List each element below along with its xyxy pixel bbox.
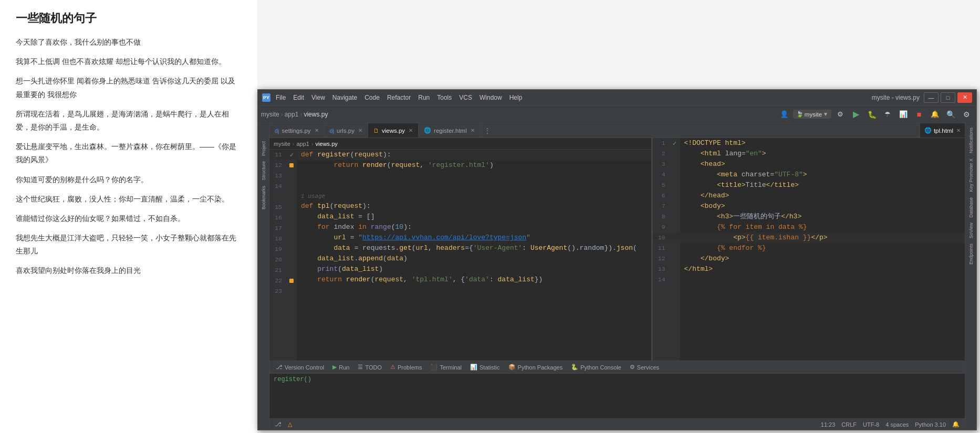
tab-views-py[interactable]: 🗋 views.py ✕ <box>368 123 419 138</box>
ide-logo: PY <box>262 93 270 102</box>
bottom-tab-todo[interactable]: ☰ TODO <box>353 361 386 374</box>
breadcrumb-viewspy: views.py <box>304 111 328 118</box>
ide-status-bar: ⎇ △ 11:23 CRLF UTF-8 <box>269 418 965 430</box>
close-button[interactable]: ✕ <box>957 92 972 103</box>
bottom-tab-bar: ⎇ Version Control ▶ Run ☰ TODO ⚠ Problem… <box>269 361 965 374</box>
menu-vcs[interactable]: VCS <box>458 94 473 101</box>
bottom-tab-python-packages[interactable]: 📦 Python Packages <box>504 361 567 374</box>
key-promoter-panel[interactable]: Key Promoter X <box>968 156 974 194</box>
tab-close-urls[interactable]: ✕ <box>358 128 362 133</box>
urls-py-icon: dj <box>330 128 335 134</box>
tab-close-views[interactable]: ✕ <box>409 128 413 133</box>
run-button[interactable]: ▶ <box>849 108 863 121</box>
menu-navigate[interactable]: Navigate <box>331 94 358 101</box>
profile-button[interactable]: 📊 <box>896 108 910 121</box>
sentence-6: 这个世纪疯狂，腐败，没人性；你却一直清醒，温柔，一尘不染。 <box>16 193 242 206</box>
sentence-8: 我想先生大概是江洋大盗吧，只轻轻一笑，小女子整颗心就都落在先生那儿 <box>16 231 242 258</box>
menu-window[interactable]: Window <box>478 94 503 101</box>
indent-size[interactable]: 4 spaces <box>882 419 912 430</box>
menu-view[interactable]: View <box>310 94 326 101</box>
views-py-breadcrumb: mysite › app1 › views.py <box>269 138 651 150</box>
menu-run[interactable]: Run <box>417 94 431 101</box>
run-terminal[interactable]: register() <box>269 374 965 418</box>
menu-help[interactable]: Help <box>508 94 524 101</box>
account-button[interactable]: 👤 <box>777 108 791 121</box>
tab-label-tpl: tpl.html <box>934 128 953 134</box>
menu-tools[interactable]: Tools <box>436 94 453 101</box>
gear-button[interactable]: ⚙ <box>960 108 973 121</box>
structure-tab[interactable]: Structure <box>260 159 267 183</box>
ide-window: PY File Edit View Navigate Code Refactor… <box>257 89 977 430</box>
bottom-tab-statistic[interactable]: 📊 Statistic <box>466 361 504 374</box>
tab-label-settings: settings.py <box>282 128 311 134</box>
bottom-tab-problems[interactable]: ⚠ Problems <box>386 361 426 374</box>
python-version[interactable]: Python 3.10 <box>912 419 949 430</box>
tab-tpl-html[interactable]: 🌐 tpl.html ✕ <box>920 123 965 138</box>
tab-settings-py[interactable]: dj settings.py ✕ <box>269 123 325 138</box>
bottom-tab-python-console[interactable]: 🐍 Python Console <box>567 361 625 374</box>
stop-button[interactable]: ■ <box>912 108 926 121</box>
tab-register-html[interactable]: 🌐 register.html ✕ <box>419 123 481 138</box>
tpl-line-gutter: 1✓234567891011121314 <box>653 138 680 361</box>
ide-bottom-panel: ⎇ Version Control ▶ Run ☰ TODO ⚠ Problem… <box>269 361 965 418</box>
bottom-tab-services[interactable]: ⚙ Services <box>625 361 663 374</box>
run-config-label: mysite <box>805 111 822 118</box>
sentence-4: 爱让悬崖变平地，生出森林。一整片森林，你在树荫里。——《你是我的风景》 <box>16 140 242 166</box>
sentence-3: 所谓现在活着，是鸟儿展翅，是海涛汹涌，是蜗牛爬行，是人在相爱，是你的手温，是生命… <box>16 108 242 134</box>
ide-left-strip: Project Structure Bookmarks <box>258 123 269 430</box>
maximize-button[interactable]: □ <box>941 92 955 103</box>
debug-button[interactable]: 🐛 <box>865 108 879 121</box>
split-editor-view: mysite › app1 › views.py 11✓121314151617… <box>269 138 965 361</box>
menu-code[interactable]: Code <box>363 94 381 101</box>
settings-button[interactable]: ⚙ <box>833 108 847 121</box>
search-button[interactable]: 🔍 <box>944 108 957 121</box>
tabs-overflow-button[interactable]: ⋮ <box>481 126 494 135</box>
line-endings[interactable]: CRLF <box>838 419 860 430</box>
cursor-position[interactable]: 11:23 <box>818 419 839 430</box>
ide-right-strip: Notifications Key Promoter X Database So… <box>965 123 976 430</box>
notifications-button[interactable]: 🔔 <box>928 108 942 121</box>
sqview-panel[interactable]: SoView <box>968 220 974 240</box>
sentence-0: 今天除了喜欢你，我什么别的事也不做 <box>16 36 242 49</box>
menu-refactor[interactable]: Refactor <box>386 94 412 101</box>
tab-close-tpl[interactable]: ✕ <box>956 128 961 133</box>
status-left: ⎇ △ <box>272 419 295 430</box>
coverage-button[interactable]: ☂ <box>881 108 894 121</box>
tpl-html-panel: 1✓234567891011121314 <!DOCTYPE html> <ht… <box>652 138 965 361</box>
tab-close-register[interactable]: ✕ <box>471 128 475 133</box>
settings-py-icon: dj <box>275 128 279 134</box>
project-tab[interactable]: Project <box>260 139 267 158</box>
sentence-9: 喜欢我望向别处时你落在我身上的目光 <box>16 264 242 277</box>
bookmarks-tab[interactable]: Bookmarks <box>260 184 267 212</box>
sentence-1: 我算不上低调 但也不喜欢炫耀 却想让每个认识我的人都知道你。 <box>16 55 242 68</box>
views-code-content[interactable]: def register(request): return render(req… <box>297 150 651 361</box>
breadcrumb-app1: app1 <box>285 111 299 118</box>
left-panel: 一些随机的句子 今天除了喜欢你，我什么别的事也不做我算不上低调 但也不喜欢炫耀 … <box>0 0 257 433</box>
views-py-icon: 🗋 <box>373 128 379 134</box>
tpl-html-icon: 🌐 <box>924 127 932 134</box>
vcs-changes[interactable]: △ <box>285 419 295 430</box>
sentence-2: 想一头扎进你怀里 闻着你身上的熟悉味道 告诉你这几天的委屈 以及最重要的 我很想… <box>16 75 242 101</box>
register-html-icon: 🌐 <box>424 127 431 134</box>
menu-file[interactable]: File <box>275 94 287 101</box>
notifications-panel[interactable]: Notifications <box>968 125 974 155</box>
minimize-button[interactable]: — <box>924 92 939 103</box>
endpoints-panel[interactable]: Endpoints <box>968 241 974 267</box>
database-panel[interactable]: Database <box>968 195 974 220</box>
notifications-icon[interactable]: 🔔 <box>949 419 963 430</box>
tab-label-register: register.html <box>434 128 467 134</box>
menu-edit[interactable]: Edit <box>292 94 305 101</box>
tpl-code-content[interactable]: <!DOCTYPE html> <html lang="en"> <head> … <box>680 138 965 361</box>
encoding[interactable]: UTF-8 <box>860 419 882 430</box>
status-right: 11:23 CRLF UTF-8 4 spaces Python 3.10 <box>818 419 963 430</box>
ide-body: Project Structure Bookmarks dj settings.… <box>258 123 976 430</box>
ide-title: mysite - views.py <box>872 94 920 101</box>
git-branch-button[interactable]: ⎇ <box>272 419 285 430</box>
editor-tab-bar: dj settings.py ✕ dj urls.py ✕ 🗋 views.py… <box>269 123 965 138</box>
bottom-tab-terminal[interactable]: ⬛ Terminal <box>426 361 466 374</box>
bottom-tab-version-control[interactable]: ⎇ Version Control <box>272 361 328 374</box>
bottom-tab-run[interactable]: ▶ Run <box>328 361 353 374</box>
run-config-selector[interactable]: 🍃 mysite ▼ <box>793 110 831 119</box>
tab-close-settings[interactable]: ✕ <box>315 128 319 133</box>
tab-urls-py[interactable]: dj urls.py ✕ <box>325 123 368 138</box>
